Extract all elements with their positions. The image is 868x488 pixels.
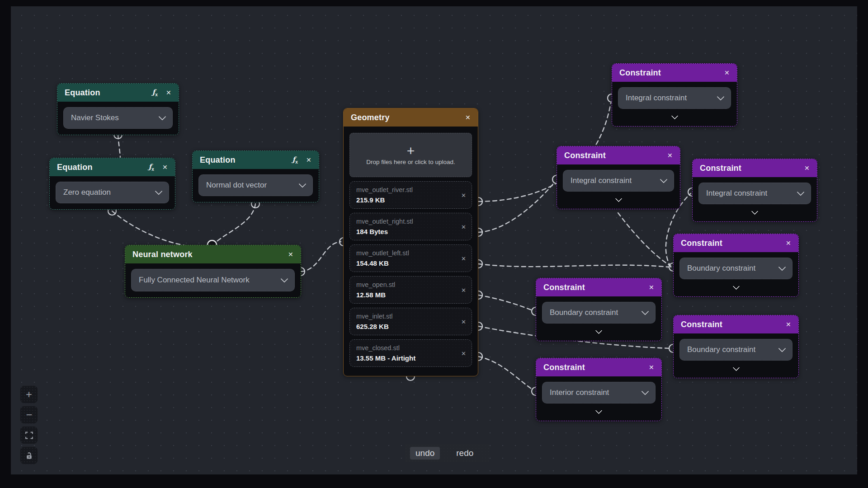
file-dropzone[interactable]: + Drop files here or click to upload. (349, 133, 472, 177)
remove-file-icon[interactable]: ✕ (461, 255, 466, 262)
chevron-down-icon (671, 112, 678, 119)
constraint-select[interactable]: Interior constraint (542, 382, 656, 404)
constraint-select[interactable]: Integral constraint (698, 183, 811, 204)
redo-button[interactable]: redo (451, 447, 479, 460)
zoom-in-button[interactable]: + (20, 385, 38, 404)
expand-toggle[interactable] (542, 324, 656, 340)
remove-file-icon[interactable]: ✕ (461, 192, 466, 198)
constraint-select[interactable]: Integral constraint (563, 170, 674, 192)
file-item[interactable]: mve_closed.stl 13.55 MB - Airtight ✕ (349, 339, 472, 367)
node-header[interactable]: Constraint ✕ (536, 278, 661, 296)
close-icon[interactable]: ✕ (306, 157, 311, 163)
chevron-down-icon (281, 275, 288, 283)
close-icon[interactable]: ✕ (667, 152, 673, 159)
fit-view-button[interactable] (20, 426, 38, 444)
equation-select[interactable]: Navier Stokes (63, 107, 173, 129)
node-constraint-mid-integral[interactable]: Constraint ✕ Integral constraint (557, 146, 680, 209)
file-name: mve_inlet.stl (356, 312, 456, 320)
file-item[interactable]: mve_outlet_left.stl 154.48 KB ✕ (349, 244, 472, 272)
constraint-select[interactable]: Boundary constraint (679, 339, 793, 361)
node-title: Constraint (681, 320, 722, 329)
node-constraint-interior[interactable]: Constraint ✕ Interior constraint (536, 358, 662, 421)
chevron-down-icon (159, 113, 166, 121)
node-constraint-right-boundary-lower[interactable]: Constraint ✕ Boundary constraint (673, 315, 799, 378)
chevron-down-icon (732, 364, 740, 371)
node-header[interactable]: Equation ƒx ✕ (57, 84, 179, 102)
close-icon[interactable]: ✕ (288, 251, 293, 258)
equation-select[interactable]: Normal dot vector (198, 174, 313, 196)
file-size: 625.28 KB (356, 323, 456, 331)
constraint-select[interactable]: Boundary constraint (542, 302, 656, 324)
zoom-out-button[interactable]: − (20, 406, 38, 424)
node-header[interactable]: Equation ƒx ✕ (50, 158, 175, 176)
node-header[interactable]: Constraint ✕ (557, 146, 680, 164)
expand-toggle[interactable] (618, 109, 731, 125)
file-item[interactable]: mve_outlet_river.stl 215.9 KB ✕ (349, 181, 472, 209)
remove-file-icon[interactable]: ✕ (461, 286, 466, 293)
chevron-down-icon (660, 176, 668, 183)
node-header[interactable]: Constraint ✕ (693, 159, 817, 177)
close-icon[interactable]: ✕ (649, 364, 654, 371)
node-equation-zero[interactable]: Equation ƒx ✕ Zero equation (49, 158, 175, 210)
node-header[interactable]: Geometry ✕ (344, 108, 478, 127)
network-select[interactable]: Fully Connected Neural Network (131, 269, 295, 291)
history-bar: undo redo (405, 444, 490, 462)
chevron-down-icon (595, 407, 603, 414)
node-title: Equation (65, 88, 100, 98)
node-geometry[interactable]: Geometry ✕ + Drop files here or click to… (343, 108, 478, 376)
close-icon[interactable]: ✕ (724, 70, 730, 76)
function-icon[interactable]: ƒx (152, 88, 158, 97)
node-header[interactable]: Constraint ✕ (536, 358, 661, 376)
node-equation-normal[interactable]: Equation ƒx ✕ Normal dot vector (192, 150, 319, 202)
close-icon[interactable]: ✕ (162, 164, 168, 170)
node-constraint-mid-boundary[interactable]: Constraint ✕ Boundary constraint (536, 278, 662, 341)
node-header[interactable]: Constraint ✕ (674, 315, 798, 333)
close-icon[interactable]: ✕ (786, 240, 791, 246)
close-icon[interactable]: ✕ (166, 89, 171, 96)
node-header[interactable]: Equation ƒx ✕ (193, 151, 319, 169)
node-constraint-right-integral[interactable]: Constraint ✕ Integral constraint (692, 159, 817, 222)
close-icon[interactable]: ✕ (804, 165, 810, 171)
remove-file-icon[interactable]: ✕ (461, 350, 466, 357)
undo-button[interactable]: undo (410, 447, 440, 460)
plus-icon: + (26, 388, 32, 401)
select-value: Navier Stokes (71, 113, 119, 122)
select-value: Normal dot vector (206, 181, 267, 190)
file-name: mve_open.stl (356, 281, 456, 289)
node-title: Constraint (543, 363, 585, 372)
function-icon[interactable]: ƒx (149, 163, 154, 172)
chevron-down-icon (155, 188, 163, 195)
remove-file-icon[interactable]: ✕ (461, 223, 466, 230)
file-size: 215.9 KB (356, 196, 456, 204)
node-header[interactable]: Constraint ✕ (674, 234, 798, 252)
file-item[interactable]: mve_open.stl 12.58 MB ✕ (349, 276, 472, 304)
lock-button[interactable] (20, 446, 38, 465)
dropzone-text: Drop files here or click to upload. (366, 159, 455, 165)
expand-toggle[interactable] (679, 361, 793, 377)
node-header[interactable]: Neural network ✕ (125, 245, 301, 263)
constraint-select[interactable]: Boundary constraint (679, 258, 793, 279)
remove-file-icon[interactable]: ✕ (461, 318, 466, 325)
minus-icon: − (26, 408, 32, 421)
expand-toggle[interactable] (563, 192, 674, 208)
node-header[interactable]: Constraint ✕ (612, 64, 737, 82)
file-item[interactable]: mve_inlet.stl 625.28 KB ✕ (349, 308, 472, 335)
node-constraint-top-integral[interactable]: Constraint ✕ Integral constraint (612, 63, 737, 127)
chevron-down-icon (642, 308, 649, 315)
chevron-down-icon (732, 282, 740, 290)
expand-toggle[interactable] (679, 279, 793, 296)
select-value: Boundary constraint (687, 264, 755, 273)
close-icon[interactable]: ✕ (786, 321, 791, 328)
node-constraint-right-boundary-upper[interactable]: Constraint ✕ Boundary constraint (673, 234, 799, 297)
expand-toggle[interactable] (698, 204, 811, 221)
close-icon[interactable]: ✕ (649, 284, 654, 291)
file-item[interactable]: mve_outlet_right.stl 184 Bytes ✕ (349, 213, 472, 240)
chevron-down-icon (717, 93, 725, 101)
close-icon[interactable]: ✕ (465, 114, 471, 121)
equation-select[interactable]: Zero equation (56, 182, 169, 203)
function-icon[interactable]: ƒx (292, 155, 298, 164)
constraint-select[interactable]: Integral constraint (618, 87, 731, 109)
expand-toggle[interactable] (542, 404, 656, 420)
node-equation-navier[interactable]: Equation ƒx ✕ Navier Stokes (57, 83, 179, 135)
node-neural-network[interactable]: Neural network ✕ Fully Connected Neural … (125, 245, 301, 298)
